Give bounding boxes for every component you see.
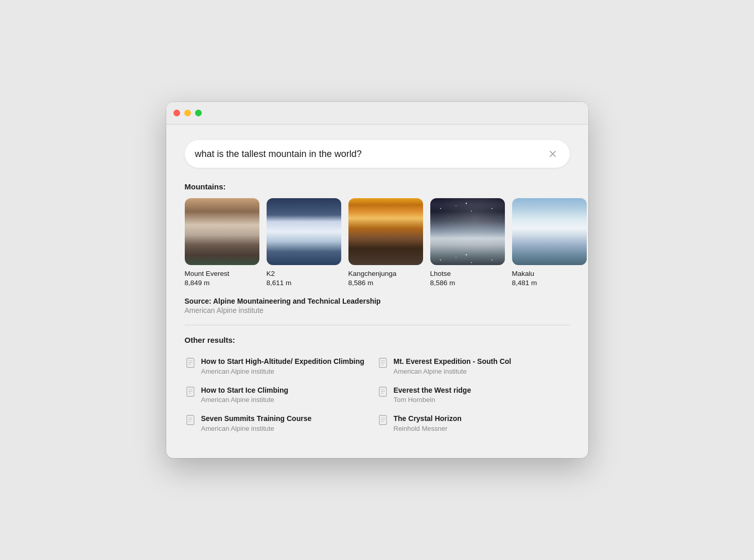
mountain-image-2 [348, 198, 423, 265]
other-results-section: Other results: How to Start High-Altitud… [185, 336, 570, 437]
mountain-image-4 [512, 198, 587, 265]
result-content-5: The Crystal Horizon Reinhold Messner [394, 414, 462, 432]
search-bar[interactable]: what is the tallest mountain in the worl… [185, 140, 570, 168]
result-item-2[interactable]: How to Start Ice Climbing American Alpin… [185, 380, 377, 409]
close-button[interactable] [173, 110, 180, 116]
document-icon-3 [377, 386, 389, 397]
mountain-img-4 [512, 198, 587, 265]
mountain-card-3[interactable]: Lhotse 8,586 m [430, 198, 505, 287]
mountain-height-2: 8,586 m [348, 279, 374, 287]
search-query-text: what is the tallest mountain in the worl… [195, 149, 362, 160]
clear-button[interactable] [546, 147, 559, 161]
mountain-card-0[interactable]: Mount Everest 8,849 m [185, 198, 259, 287]
mountains-section: Mountains: Mount Everest 8,849 m K2 8,61… [185, 182, 570, 287]
mountain-img-0 [185, 198, 259, 265]
divider [185, 325, 570, 325]
mountain-height-4: 8,481 m [512, 279, 537, 287]
traffic-lights [173, 110, 202, 116]
document-icon-0 [185, 357, 196, 369]
document-icon-1 [377, 357, 389, 369]
result-item-0[interactable]: How to Start High-Altitude/ Expedition C… [185, 352, 377, 380]
result-title-5: The Crystal Horizon [394, 414, 462, 424]
mountain-name-0: Mount Everest [185, 269, 230, 279]
result-title-4: Seven Summits Training Course [201, 414, 312, 424]
mountain-card-4[interactable]: Makalu 8,481 m [512, 198, 587, 287]
other-results-title: Other results: [185, 336, 570, 344]
result-content-0: How to Start High-Altitude/ Expedition C… [201, 357, 364, 375]
document-icon-4 [185, 414, 196, 426]
result-title-1: Mt. Everest Expedition - South Col [394, 357, 512, 367]
mountain-height-0: 8,849 m [185, 279, 210, 287]
result-item-5[interactable]: The Crystal Horizon Reinhold Messner [377, 409, 570, 437]
result-title-3: Everest the West ridge [394, 386, 471, 396]
result-source-1: American Alpine institute [394, 367, 512, 375]
mountain-name-2: Kangchenjunga [348, 269, 397, 279]
clear-icon [548, 149, 557, 159]
result-item-3[interactable]: Everest the West ridge Tom Hornbein [377, 380, 570, 409]
result-item-1[interactable]: Mt. Everest Expedition - South Col Ameri… [377, 352, 570, 380]
maximize-button[interactable] [195, 110, 202, 116]
mountains-grid: Mount Everest 8,849 m K2 8,611 m Kangche… [185, 198, 570, 287]
mountain-name-4: Makalu [512, 269, 535, 279]
mountain-card-2[interactable]: Kangchenjunga 8,586 m [348, 198, 423, 287]
result-source-3: Tom Hornbein [394, 396, 471, 404]
minimize-button[interactable] [184, 110, 191, 116]
result-item-4[interactable]: Seven Summits Training Course American A… [185, 409, 377, 437]
mountain-card-1[interactable]: K2 8,611 m [267, 198, 341, 287]
result-title-0: How to Start High-Altitude/ Expedition C… [201, 357, 364, 367]
main-content: what is the tallest mountain in the worl… [166, 125, 588, 458]
source-subtitle: American Alpine institute [185, 306, 570, 314]
result-source-4: American Alpine institute [201, 425, 312, 432]
source-title: Source: Alpine Mountaineering and Techni… [185, 297, 570, 305]
result-title-2: How to Start Ice Climbing [201, 386, 289, 396]
mountain-image-1 [267, 198, 341, 265]
result-content-4: Seven Summits Training Course American A… [201, 414, 312, 432]
results-grid: How to Start High-Altitude/ Expedition C… [185, 352, 570, 437]
mountain-img-2 [348, 198, 423, 265]
document-icon-5 [377, 414, 389, 426]
result-source-5: Reinhold Messner [394, 425, 462, 432]
mountain-image-3 [430, 198, 505, 265]
result-content-3: Everest the West ridge Tom Hornbein [394, 386, 471, 404]
mountain-name-1: K2 [267, 269, 275, 279]
titlebar [166, 102, 588, 125]
mountain-img-1 [267, 198, 341, 265]
app-window: what is the tallest mountain in the worl… [166, 102, 588, 458]
mountain-height-3: 8,586 m [430, 279, 455, 287]
mountain-img-3 [430, 198, 505, 265]
result-source-0: American Alpine institute [201, 367, 364, 375]
source-section: Source: Alpine Mountaineering and Techni… [185, 297, 570, 314]
mountains-section-title: Mountains: [185, 182, 570, 191]
mountain-height-1: 8,611 m [267, 279, 292, 287]
mountain-image-0 [185, 198, 259, 265]
result-source-2: American Alpine institute [201, 396, 289, 404]
result-content-2: How to Start Ice Climbing American Alpin… [201, 386, 289, 404]
search-bar-container: what is the tallest mountain in the worl… [185, 140, 570, 168]
document-icon-2 [185, 386, 196, 397]
result-content-1: Mt. Everest Expedition - South Col Ameri… [394, 357, 512, 375]
mountain-name-3: Lhotse [430, 269, 451, 279]
